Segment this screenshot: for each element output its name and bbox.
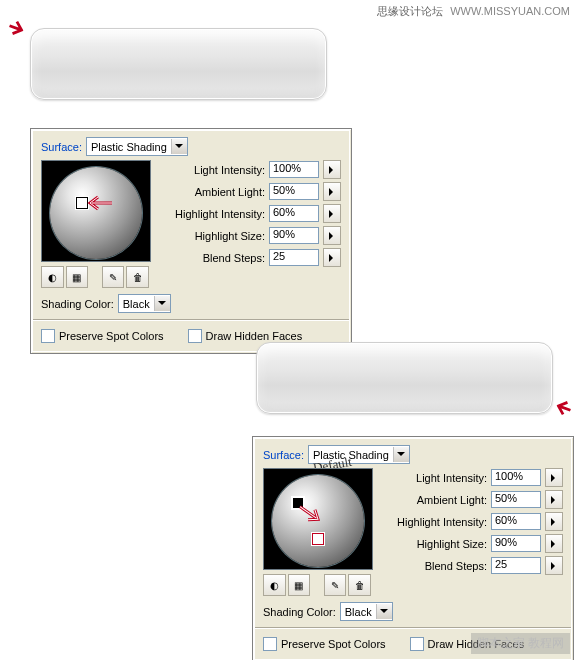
draw-hidden-faces-label: Draw Hidden Faces [206,330,303,342]
highlight-intensity-flyout[interactable] [545,512,563,531]
highlight-intensity-label: Highlight Intensity: [379,516,487,528]
checkbox-box [410,637,424,651]
highlight-size-label: Highlight Size: [379,538,487,550]
shading-panel-1: Surface: Plastic Shading ◐ ▦ [30,128,352,354]
light-back-icon[interactable]: ▦ [66,266,89,288]
surface-select-value: Plastic Shading [91,141,167,153]
light-back-icon[interactable]: ▦ [288,574,311,596]
blend-steps-input[interactable]: 25 [491,557,541,574]
blend-steps-label: Blend Steps: [379,560,487,572]
blend-steps-flyout[interactable] [323,248,341,267]
annotation-arrow-right [553,395,580,423]
new-light-icon[interactable]: ✎ [324,574,347,596]
delete-light-icon[interactable]: 🗑 [348,574,371,596]
preserve-spot-colors-checkbox[interactable]: Preserve Spot Colors [41,329,164,343]
light-intensity-label: Light Intensity: [157,164,265,176]
chevron-down-icon[interactable] [376,604,392,619]
ambient-light-flyout[interactable] [545,490,563,509]
watermark-url: WWW.MISSYUAN.COM [450,5,570,17]
shading-panel-2: Surface: Plastic Shading Default ◐ [252,436,574,660]
blend-steps-label: Blend Steps: [157,252,265,264]
chevron-down-icon[interactable] [154,296,170,311]
blend-steps-flyout[interactable] [545,556,563,575]
light-toolbar: ◐ ▦ ✎ 🗑 [41,266,149,288]
rounded-button-preview-2 [256,342,553,414]
highlight-size-flyout[interactable] [545,534,563,553]
shading-color-label: Shading Color: [263,606,336,618]
checkbox-box [263,637,277,651]
ambient-light-input[interactable]: 50% [269,183,319,200]
annotation-arrow-sphere [84,195,114,211]
light-preview[interactable] [263,468,373,570]
panel-divider [33,319,349,321]
annotation-arrow-top [0,13,27,41]
delete-light-icon[interactable]: 🗑 [126,266,149,288]
new-light-icon[interactable]: ✎ [102,266,125,288]
watermark-cn: 思缘设计论坛 [377,5,443,17]
light-intensity-input[interactable]: 100% [491,469,541,486]
surface-label: Surface: [41,141,82,153]
ambient-light-label: Ambient Light: [157,186,265,198]
light-intensity-label: Light Intensity: [379,472,487,484]
highlight-size-input[interactable]: 90% [269,227,319,244]
light-intensity-flyout[interactable] [323,160,341,179]
highlight-size-flyout[interactable] [323,226,341,245]
shading-color-select[interactable]: Black [118,294,171,313]
checkbox-box [41,329,55,343]
light-intensity-flyout[interactable] [545,468,563,487]
watermark-bottom: 脚本之家 教程网 [471,633,570,654]
highlight-intensity-label: Highlight Intensity: [157,208,265,220]
draw-hidden-faces-checkbox[interactable]: Draw Hidden Faces [188,329,303,343]
watermark-top: 思缘设计论坛 WWW.MISSYUAN.COM [377,4,570,19]
ambient-light-input[interactable]: 50% [491,491,541,508]
preserve-spot-colors-label: Preserve Spot Colors [281,638,386,650]
highlight-intensity-input[interactable]: 60% [269,205,319,222]
shading-color-select[interactable]: Black [340,602,393,621]
preview-sphere [50,167,142,259]
highlight-size-label: Highlight Size: [157,230,265,242]
checkbox-box [188,329,202,343]
chevron-down-icon[interactable] [393,447,409,462]
chevron-down-icon[interactable] [171,139,187,154]
rounded-button-preview-1 [30,28,327,100]
highlight-intensity-flyout[interactable] [323,204,341,223]
light-preview[interactable] [41,160,151,262]
light-handle[interactable] [312,533,324,545]
surface-label: Surface: [263,449,304,461]
highlight-size-input[interactable]: 90% [491,535,541,552]
preserve-spot-colors-checkbox[interactable]: Preserve Spot Colors [263,637,386,651]
panel-divider [255,627,571,629]
blend-steps-input[interactable]: 25 [269,249,319,266]
ambient-light-label: Ambient Light: [379,494,487,506]
light-intensity-input[interactable]: 100% [269,161,319,178]
shading-color-label: Shading Color: [41,298,114,310]
light-sphere-icon[interactable]: ◐ [41,266,64,288]
shading-color-value: Black [123,298,150,310]
shading-color-value: Black [345,606,372,618]
surface-select[interactable]: Plastic Shading [86,137,188,156]
light-sphere-icon[interactable]: ◐ [263,574,286,596]
ambient-light-flyout[interactable] [323,182,341,201]
light-toolbar: ◐ ▦ ✎ 🗑 [263,574,371,596]
highlight-intensity-input[interactable]: 60% [491,513,541,530]
preserve-spot-colors-label: Preserve Spot Colors [59,330,164,342]
